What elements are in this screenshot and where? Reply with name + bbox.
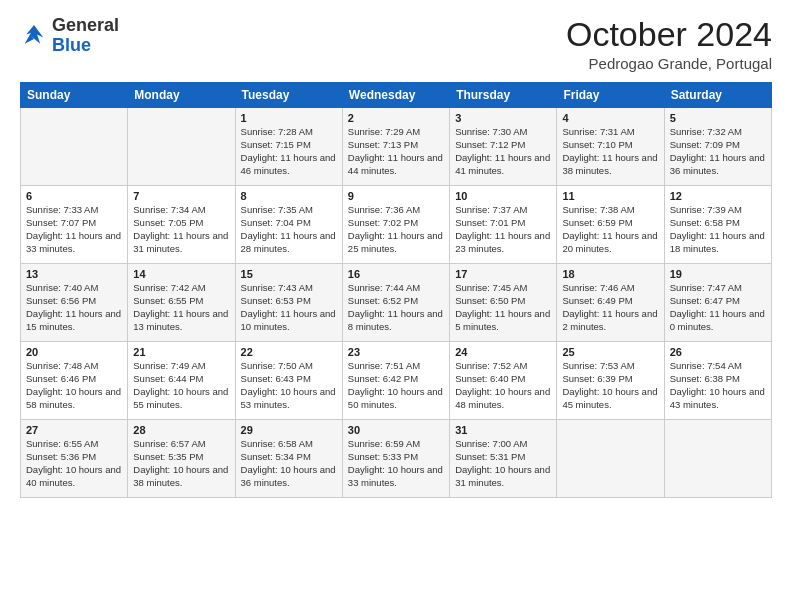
table-row: 8Sunrise: 7:35 AM Sunset: 7:04 PM Daylig… (235, 186, 342, 264)
day-number: 19 (670, 268, 766, 280)
table-row: 14Sunrise: 7:42 AM Sunset: 6:55 PM Dayli… (128, 264, 235, 342)
day-number: 13 (26, 268, 122, 280)
month-title: October 2024 (566, 16, 772, 53)
table-row: 12Sunrise: 7:39 AM Sunset: 6:58 PM Dayli… (664, 186, 771, 264)
day-number: 10 (455, 190, 551, 202)
logo-bird-icon (20, 22, 48, 50)
table-row (557, 420, 664, 498)
table-row: 23Sunrise: 7:51 AM Sunset: 6:42 PM Dayli… (342, 342, 449, 420)
header-row: Sunday Monday Tuesday Wednesday Thursday… (21, 83, 772, 108)
table-row: 31Sunrise: 7:00 AM Sunset: 5:31 PM Dayli… (450, 420, 557, 498)
cell-content: Sunrise: 6:55 AM Sunset: 5:36 PM Dayligh… (26, 438, 122, 489)
day-number: 29 (241, 424, 337, 436)
day-number: 14 (133, 268, 229, 280)
col-saturday: Saturday (664, 83, 771, 108)
table-row: 9Sunrise: 7:36 AM Sunset: 7:02 PM Daylig… (342, 186, 449, 264)
table-row: 22Sunrise: 7:50 AM Sunset: 6:43 PM Dayli… (235, 342, 342, 420)
table-row: 19Sunrise: 7:47 AM Sunset: 6:47 PM Dayli… (664, 264, 771, 342)
day-number: 5 (670, 112, 766, 124)
cell-content: Sunrise: 7:51 AM Sunset: 6:42 PM Dayligh… (348, 360, 444, 411)
table-row: 6Sunrise: 7:33 AM Sunset: 7:07 PM Daylig… (21, 186, 128, 264)
table-row: 28Sunrise: 6:57 AM Sunset: 5:35 PM Dayli… (128, 420, 235, 498)
table-row: 13Sunrise: 7:40 AM Sunset: 6:56 PM Dayli… (21, 264, 128, 342)
title-block: October 2024 Pedrogao Grande, Portugal (566, 16, 772, 72)
cell-content: Sunrise: 7:42 AM Sunset: 6:55 PM Dayligh… (133, 282, 229, 333)
table-row: 24Sunrise: 7:52 AM Sunset: 6:40 PM Dayli… (450, 342, 557, 420)
cell-content: Sunrise: 7:37 AM Sunset: 7:01 PM Dayligh… (455, 204, 551, 255)
day-number: 6 (26, 190, 122, 202)
table-row: 10Sunrise: 7:37 AM Sunset: 7:01 PM Dayli… (450, 186, 557, 264)
table-row: 30Sunrise: 6:59 AM Sunset: 5:33 PM Dayli… (342, 420, 449, 498)
cell-content: Sunrise: 7:47 AM Sunset: 6:47 PM Dayligh… (670, 282, 766, 333)
calendar-header: Sunday Monday Tuesday Wednesday Thursday… (21, 83, 772, 108)
table-row: 20Sunrise: 7:48 AM Sunset: 6:46 PM Dayli… (21, 342, 128, 420)
cell-content: Sunrise: 7:45 AM Sunset: 6:50 PM Dayligh… (455, 282, 551, 333)
page: General Blue October 2024 Pedrogao Grand… (0, 0, 792, 612)
cell-content: Sunrise: 7:33 AM Sunset: 7:07 PM Dayligh… (26, 204, 122, 255)
col-friday: Friday (557, 83, 664, 108)
cell-content: Sunrise: 7:29 AM Sunset: 7:13 PM Dayligh… (348, 126, 444, 177)
table-row: 21Sunrise: 7:49 AM Sunset: 6:44 PM Dayli… (128, 342, 235, 420)
cell-content: Sunrise: 7:31 AM Sunset: 7:10 PM Dayligh… (562, 126, 658, 177)
day-number: 21 (133, 346, 229, 358)
day-number: 23 (348, 346, 444, 358)
day-number: 24 (455, 346, 551, 358)
calendar-week-row: 27Sunrise: 6:55 AM Sunset: 5:36 PM Dayli… (21, 420, 772, 498)
cell-content: Sunrise: 6:57 AM Sunset: 5:35 PM Dayligh… (133, 438, 229, 489)
location-subtitle: Pedrogao Grande, Portugal (566, 55, 772, 72)
table-row: 27Sunrise: 6:55 AM Sunset: 5:36 PM Dayli… (21, 420, 128, 498)
table-row: 11Sunrise: 7:38 AM Sunset: 6:59 PM Dayli… (557, 186, 664, 264)
day-number: 31 (455, 424, 551, 436)
table-row: 2Sunrise: 7:29 AM Sunset: 7:13 PM Daylig… (342, 108, 449, 186)
day-number: 15 (241, 268, 337, 280)
cell-content: Sunrise: 7:00 AM Sunset: 5:31 PM Dayligh… (455, 438, 551, 489)
calendar-week-row: 6Sunrise: 7:33 AM Sunset: 7:07 PM Daylig… (21, 186, 772, 264)
cell-content: Sunrise: 7:54 AM Sunset: 6:38 PM Dayligh… (670, 360, 766, 411)
day-number: 17 (455, 268, 551, 280)
cell-content: Sunrise: 7:39 AM Sunset: 6:58 PM Dayligh… (670, 204, 766, 255)
day-number: 2 (348, 112, 444, 124)
cell-content: Sunrise: 7:43 AM Sunset: 6:53 PM Dayligh… (241, 282, 337, 333)
cell-content: Sunrise: 7:40 AM Sunset: 6:56 PM Dayligh… (26, 282, 122, 333)
day-number: 3 (455, 112, 551, 124)
cell-content: Sunrise: 7:53 AM Sunset: 6:39 PM Dayligh… (562, 360, 658, 411)
calendar-body: 1Sunrise: 7:28 AM Sunset: 7:15 PM Daylig… (21, 108, 772, 498)
table-row: 3Sunrise: 7:30 AM Sunset: 7:12 PM Daylig… (450, 108, 557, 186)
cell-content: Sunrise: 7:48 AM Sunset: 6:46 PM Dayligh… (26, 360, 122, 411)
cell-content: Sunrise: 6:58 AM Sunset: 5:34 PM Dayligh… (241, 438, 337, 489)
table-row: 1Sunrise: 7:28 AM Sunset: 7:15 PM Daylig… (235, 108, 342, 186)
cell-content: Sunrise: 7:28 AM Sunset: 7:15 PM Dayligh… (241, 126, 337, 177)
day-number: 16 (348, 268, 444, 280)
col-tuesday: Tuesday (235, 83, 342, 108)
logo: General Blue (20, 16, 119, 56)
table-row: 5Sunrise: 7:32 AM Sunset: 7:09 PM Daylig… (664, 108, 771, 186)
day-number: 8 (241, 190, 337, 202)
cell-content: Sunrise: 7:50 AM Sunset: 6:43 PM Dayligh… (241, 360, 337, 411)
day-number: 30 (348, 424, 444, 436)
calendar-table: Sunday Monday Tuesday Wednesday Thursday… (20, 82, 772, 498)
day-number: 25 (562, 346, 658, 358)
table-row (664, 420, 771, 498)
svg-marker-0 (25, 25, 44, 44)
cell-content: Sunrise: 7:34 AM Sunset: 7:05 PM Dayligh… (133, 204, 229, 255)
table-row: 7Sunrise: 7:34 AM Sunset: 7:05 PM Daylig… (128, 186, 235, 264)
day-number: 20 (26, 346, 122, 358)
calendar-week-row: 13Sunrise: 7:40 AM Sunset: 6:56 PM Dayli… (21, 264, 772, 342)
table-row: 4Sunrise: 7:31 AM Sunset: 7:10 PM Daylig… (557, 108, 664, 186)
day-number: 11 (562, 190, 658, 202)
logo-general: General (52, 15, 119, 35)
calendar-week-row: 1Sunrise: 7:28 AM Sunset: 7:15 PM Daylig… (21, 108, 772, 186)
day-number: 4 (562, 112, 658, 124)
cell-content: Sunrise: 7:49 AM Sunset: 6:44 PM Dayligh… (133, 360, 229, 411)
day-number: 1 (241, 112, 337, 124)
table-row: 26Sunrise: 7:54 AM Sunset: 6:38 PM Dayli… (664, 342, 771, 420)
logo-text: General Blue (52, 16, 119, 56)
table-row: 17Sunrise: 7:45 AM Sunset: 6:50 PM Dayli… (450, 264, 557, 342)
day-number: 7 (133, 190, 229, 202)
calendar-week-row: 20Sunrise: 7:48 AM Sunset: 6:46 PM Dayli… (21, 342, 772, 420)
day-number: 12 (670, 190, 766, 202)
cell-content: Sunrise: 7:36 AM Sunset: 7:02 PM Dayligh… (348, 204, 444, 255)
col-monday: Monday (128, 83, 235, 108)
col-thursday: Thursday (450, 83, 557, 108)
col-sunday: Sunday (21, 83, 128, 108)
